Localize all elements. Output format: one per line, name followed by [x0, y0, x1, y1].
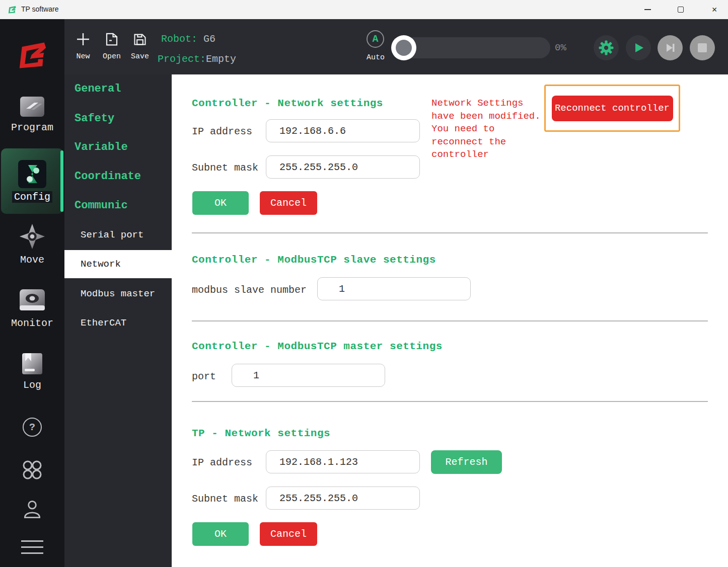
tp-mask-label: Subnet mask: [192, 493, 258, 505]
close-button[interactable]: ✕: [703, 0, 726, 19]
robot-info: Robot: G6: [161, 33, 215, 45]
config-menu-coordinate[interactable]: Coordinate: [64, 168, 172, 185]
auto-label: Auto: [360, 53, 391, 62]
reconnect-controller-button[interactable]: Reconnect controller: [552, 96, 673, 121]
controller-network-cancel-button[interactable]: Cancel: [260, 191, 317, 215]
settings-button[interactable]: [594, 35, 619, 60]
config-menu-serial-port[interactable]: Serial port: [64, 226, 172, 244]
modbus-slave-number-input[interactable]: [317, 277, 471, 300]
project-info: Project:Empty: [158, 53, 236, 65]
play-icon: [632, 42, 644, 54]
user-button[interactable]: [0, 498, 64, 520]
controller-ip-input[interactable]: [266, 119, 420, 142]
help-icon: ?: [23, 418, 42, 437]
robot-value: G6: [203, 33, 215, 45]
config-menu-communic[interactable]: Communic: [64, 197, 172, 214]
speed-percentage: 0%: [555, 42, 566, 53]
minimize-button[interactable]: [636, 0, 659, 19]
divider: [192, 320, 708, 321]
project-value: Empty: [206, 53, 236, 65]
sidebar-item-monitor[interactable]: Monitor: [0, 288, 64, 329]
sidebar-item-program[interactable]: Program: [0, 96, 64, 133]
save-label: Save: [131, 52, 149, 61]
help-button[interactable]: ?: [0, 418, 64, 437]
controller-mask-input[interactable]: [266, 155, 420, 179]
open-label: Open: [103, 52, 121, 61]
program-icon: [19, 96, 45, 118]
config-menu-network[interactable]: Network: [64, 250, 172, 278]
open-button[interactable]: Open: [98, 28, 126, 68]
controller-ip-label: IP address: [192, 126, 252, 137]
config-menu-variable[interactable]: Variable: [64, 139, 172, 156]
controller-network-title: Controller - Network settings: [192, 98, 383, 109]
tp-network-title: TP - Network settings: [192, 428, 330, 439]
controller-network-ok-button[interactable]: OK: [192, 191, 249, 215]
tp-network-ok-button[interactable]: OK: [192, 522, 249, 546]
new-label: New: [76, 52, 90, 61]
divider: [192, 401, 708, 402]
tp-ip-label: IP address: [192, 457, 252, 468]
sidebar-label-move: Move: [20, 254, 44, 266]
gear-icon: [598, 40, 614, 56]
config-menu-safety[interactable]: Safety: [64, 110, 172, 127]
config-menu: General Safety Variable Coordinate Commu…: [64, 74, 172, 567]
config-menu-ethercat[interactable]: EtherCAT: [64, 314, 172, 332]
modbus-slave-number-label: modbus slave number: [192, 284, 307, 296]
top-toolbar: New Open Save Robot: G6 Project:Empty A …: [64, 19, 728, 74]
project-label: Project:: [158, 53, 206, 65]
save-floppy-icon: [133, 28, 147, 50]
network-warning-text: Network Settings have been modified. You…: [431, 97, 541, 161]
speed-slider-knob[interactable]: [391, 35, 416, 60]
user-icon: [21, 498, 43, 520]
active-accent-bar: [60, 150, 63, 212]
window-title: TP software: [21, 5, 58, 13]
main-sidebar: Program Config Move: [0, 19, 64, 567]
play-button[interactable]: [626, 35, 651, 60]
sidebar-label-config: Config: [12, 191, 52, 203]
apps-button[interactable]: [0, 458, 64, 482]
sidebar-label-monitor: Monitor: [11, 317, 53, 329]
hamburger-icon: [21, 540, 43, 554]
title-bar: TP software ✕: [0, 0, 728, 19]
apps-clover-icon: [20, 458, 44, 482]
save-button[interactable]: Save: [126, 28, 154, 68]
log-icon: [21, 352, 44, 375]
sidebar-item-log[interactable]: Log: [0, 352, 64, 391]
tp-network-cancel-button[interactable]: Cancel: [260, 522, 317, 546]
auto-letter: A: [372, 33, 378, 45]
config-menu-modbus-master[interactable]: Modbus master: [64, 285, 172, 302]
new-button[interactable]: New: [69, 28, 97, 68]
controller-mask-label: Subnet mask: [192, 162, 258, 174]
new-plus-icon: [76, 28, 91, 50]
refresh-button[interactable]: Refresh: [431, 450, 502, 474]
app-logo-icon: [7, 5, 17, 15]
sidebar-item-move[interactable]: Move: [0, 223, 64, 266]
move-icon: [19, 223, 46, 250]
config-menu-general[interactable]: General: [64, 80, 172, 98]
step-forward-button[interactable]: [658, 35, 683, 60]
close-icon: ✕: [712, 6, 717, 14]
brand-logo-icon: [15, 37, 50, 72]
config-icon: [18, 160, 46, 188]
reconnect-highlight-box: Reconnect controller: [544, 85, 680, 132]
hamburger-menu-button[interactable]: [0, 540, 64, 554]
robot-label: Robot:: [161, 33, 197, 45]
main-content: Controller - Network settings Network Se…: [172, 74, 728, 567]
divider: [192, 232, 708, 233]
sidebar-label-log: Log: [23, 379, 41, 391]
sidebar-item-config[interactable]: Config: [1, 148, 63, 214]
modbus-master-port-input[interactable]: [232, 364, 385, 387]
maximize-button[interactable]: [669, 0, 692, 19]
tp-mask-input[interactable]: [266, 487, 420, 510]
auto-mode-button[interactable]: A: [367, 30, 384, 48]
modbus-master-title: Controller - ModbusTCP master settings: [192, 341, 443, 352]
modbus-slave-title: Controller - ModbusTCP slave settings: [192, 254, 436, 266]
stop-icon: [697, 43, 707, 53]
tp-ip-input[interactable]: [266, 450, 420, 473]
stop-button[interactable]: [690, 35, 715, 60]
open-file-icon: [104, 28, 119, 50]
step-forward-icon: [664, 42, 676, 54]
sidebar-label-program: Program: [11, 122, 53, 133]
monitor-icon: [19, 288, 46, 313]
modbus-master-port-label: port: [192, 371, 216, 382]
